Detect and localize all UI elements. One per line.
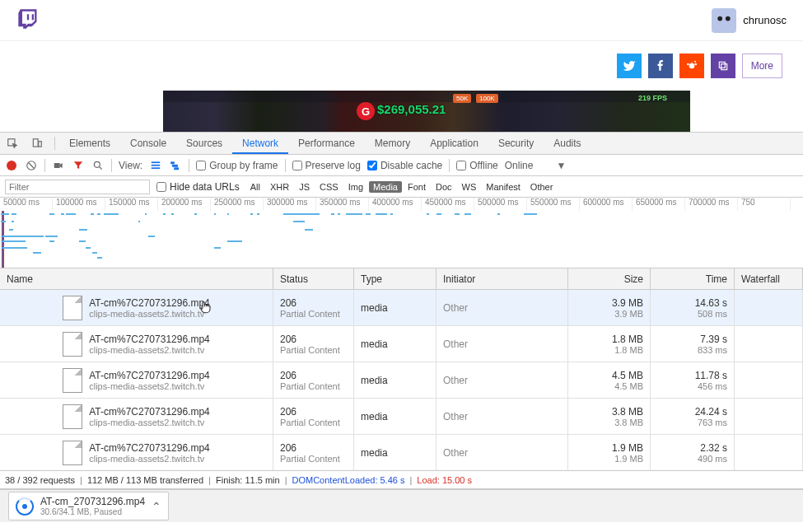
status-text: Partial Content [280,309,347,319]
download-item[interactable]: AT-cm_270731296.mp4 30.6/34.1 MB, Paused… [8,492,169,520]
overview-segment [2,240,26,242]
request-time: 2.32 s [700,442,727,454]
col-size[interactable]: Size [568,268,651,289]
devtools-tabs: Elements Console Sources Network Perform… [0,132,803,155]
twitter-icon[interactable] [617,54,642,78]
chevron-up-icon[interactable]: ⌃ [152,500,161,513]
col-time[interactable]: Time [651,268,735,289]
type-filter-js[interactable]: JS [295,181,314,193]
filter-input[interactable] [5,180,150,194]
large-rows-icon[interactable] [149,159,162,172]
request-size-raw: 1.8 MB [614,345,643,355]
col-initiator[interactable]: Initiator [437,268,568,289]
tab-elements[interactable]: Elements [59,133,120,154]
search-icon[interactable] [91,159,105,172]
disable-cache-checkbox[interactable]: Disable cache [367,160,442,171]
table-row[interactable]: AT-cm%7C270731296.mp4clips-media-assets2… [0,362,803,399]
overview-segment [455,213,460,215]
throttling-select[interactable]: Online [505,160,534,171]
tab-console[interactable]: Console [120,133,176,154]
ruler-tick: 350000 ms [316,198,369,211]
svg-rect-10 [54,163,60,168]
twitch-logo[interactable] [16,7,40,33]
type-filter-css[interactable]: CSS [315,181,343,193]
overview-segment [49,213,54,215]
tab-application[interactable]: Application [420,133,488,154]
ruler-tick: 300000 ms [264,198,316,211]
overview-segment [1,221,6,222]
summary-finish: Finish: 11.5 min [216,475,280,485]
overview-segment [163,213,166,215]
overview-segment [227,240,242,242]
reddit-icon[interactable] [679,54,704,78]
status-code: 206 [280,334,347,345]
copy-icon[interactable] [711,54,735,78]
summary-load: Load: 15.00 s [417,475,472,485]
facebook-icon[interactable] [648,54,673,78]
tab-security[interactable]: Security [488,133,544,154]
timeline-overview[interactable]: 50000 ms100000 ms150000 ms200000 ms25000… [0,198,803,268]
type-filter-other[interactable]: Other [526,181,558,193]
request-initiator: Other [437,435,568,470]
device-toggle-icon[interactable] [25,133,49,154]
camera-icon[interactable] [52,159,65,172]
col-waterfall[interactable]: Waterfall [735,268,803,289]
filter-icon[interactable] [72,159,85,172]
type-filter-manifest[interactable]: Manifest [482,181,525,193]
overview-segment [293,221,305,222]
type-filter-all[interactable]: All [246,181,264,193]
video-preview[interactable]: G $269,055.21 219 FPS 50K 100K [163,91,690,132]
tab-sources[interactable]: Sources [176,133,232,154]
type-filter-media[interactable]: Media [369,181,402,193]
request-time: 7.39 s [700,334,727,345]
dropdown-caret-icon[interactable]: ▼ [556,160,566,171]
offline-checkbox[interactable]: Offline [456,160,497,171]
waterfall-cell [735,290,803,325]
hide-data-urls-checkbox[interactable]: Hide data URLs [156,181,240,193]
table-row[interactable]: AT-cm%7C270731296.mp4clips-media-assets2… [0,326,803,362]
ruler-tick: 250000 ms [211,198,264,211]
request-latency: 833 ms [698,345,727,355]
request-time: 24.24 s [695,406,727,418]
overview-segment [250,213,253,215]
type-filter-xhr[interactable]: XHR [266,181,293,193]
type-filter-font[interactable]: Font [404,181,430,193]
user-block[interactable]: chrunosc [712,8,787,33]
type-filter-img[interactable]: Img [344,181,367,193]
overview-segment [427,213,429,215]
group-by-frame-checkbox[interactable]: Group by frame [196,160,278,171]
tab-performance[interactable]: Performance [288,133,365,154]
request-host: clips-media-assets2.twitch.tv [89,309,210,319]
svg-rect-4 [721,64,726,70]
type-filter-doc[interactable]: Doc [432,181,456,193]
request-time: 14.63 s [695,297,727,309]
table-row[interactable]: AT-cm%7C270731296.mp4clips-media-assets2… [0,435,803,470]
col-status[interactable]: Status [273,268,354,289]
table-row[interactable]: AT-cm%7C270731296.mp4clips-media-assets2… [0,290,803,326]
overview-segment [214,247,221,249]
type-filter-ws[interactable]: WS [458,181,481,193]
clear-icon[interactable] [25,159,38,172]
preserve-log-checkbox[interactable]: Preserve log [292,160,361,171]
overview-icon[interactable] [169,159,182,172]
ruler-tick: 150000 ms [105,198,158,211]
request-type: media [354,435,437,470]
overview-segment [49,240,54,242]
svg-point-0 [689,63,694,69]
request-initiator: Other [437,399,568,434]
inspect-icon[interactable] [0,133,25,154]
summary-dcl: DOMContentLoaded: 5.46 s [292,475,404,485]
request-size: 3.8 MB [612,406,643,418]
tab-network[interactable]: Network [232,133,288,154]
download-progress-icon [16,497,34,516]
col-name[interactable]: Name [0,268,273,289]
record-button[interactable] [5,159,18,172]
overview-segment [92,252,97,254]
more-button[interactable]: More [742,54,782,78]
tab-audits[interactable]: Audits [544,133,591,154]
request-type: media [354,326,437,362]
table-row[interactable]: AT-cm%7C270731296.mp4clips-media-assets2… [0,399,803,435]
ruler-tick: 650000 ms [633,198,685,211]
tab-memory[interactable]: Memory [365,133,420,154]
col-type[interactable]: Type [354,268,437,289]
